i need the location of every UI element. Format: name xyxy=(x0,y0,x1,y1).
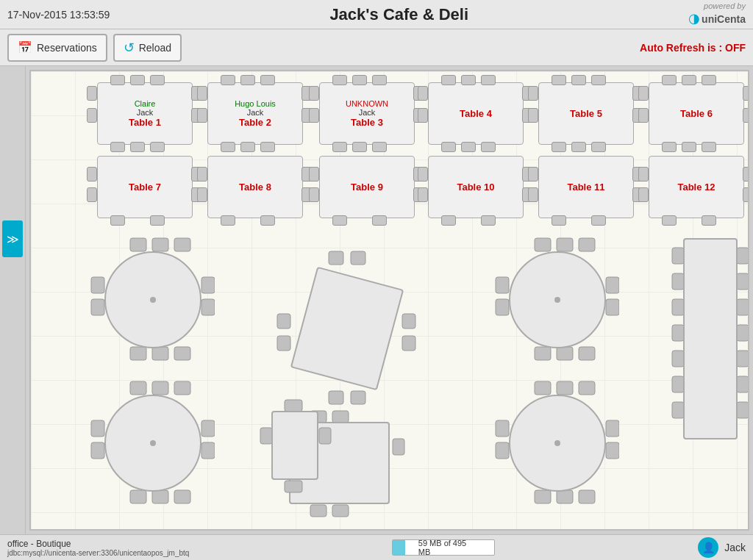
datetime: 17-Nov-2015 13:53:59 xyxy=(7,9,110,21)
svg-rect-8 xyxy=(152,347,168,360)
svg-rect-82 xyxy=(285,481,302,492)
chair xyxy=(571,142,586,152)
chair xyxy=(552,215,566,226)
chair xyxy=(571,75,586,85)
svg-rect-58 xyxy=(606,442,619,459)
chair xyxy=(87,86,97,101)
table-3-name: Table 3 xyxy=(351,117,383,128)
svg-rect-5 xyxy=(201,277,215,293)
svg-rect-27 xyxy=(277,336,290,351)
chair xyxy=(682,75,696,85)
chair xyxy=(682,142,696,152)
svg-rect-76 xyxy=(737,376,749,392)
chair xyxy=(743,86,749,101)
memory-label: 59 MB of 495 MB xyxy=(418,539,469,556)
round-table-large-2[interactable] xyxy=(90,380,215,505)
svg-rect-2 xyxy=(174,238,190,251)
svg-rect-64 xyxy=(672,248,684,264)
chair xyxy=(743,187,749,202)
chair xyxy=(528,187,538,202)
table-1-guest: Claire xyxy=(135,99,156,108)
chair xyxy=(461,142,476,152)
chair xyxy=(130,142,145,152)
logo-area: powered by ◑ uniCenta xyxy=(688,1,746,27)
chair xyxy=(197,167,207,182)
svg-rect-26 xyxy=(277,314,290,329)
chair xyxy=(481,75,496,85)
logo-name: ◑ uniCenta xyxy=(688,11,746,27)
svg-rect-59 xyxy=(535,490,551,503)
reservations-label: Reservations xyxy=(37,42,97,54)
chair xyxy=(110,215,125,226)
svg-point-51 xyxy=(554,297,560,303)
table-12[interactable]: Table 12 xyxy=(649,156,744,218)
chair xyxy=(332,142,347,152)
round-table-large-1[interactable] xyxy=(90,237,215,362)
chair xyxy=(372,142,387,152)
round-table-large-3[interactable] xyxy=(494,237,619,362)
svg-rect-43 xyxy=(496,277,509,293)
chair xyxy=(662,75,677,85)
chair xyxy=(591,215,606,226)
chair xyxy=(352,142,367,152)
table-8[interactable]: Table 8 xyxy=(207,156,303,218)
svg-rect-48 xyxy=(557,347,573,360)
table-6[interactable]: Table 6 xyxy=(649,82,744,145)
table-1-name: Table 1 xyxy=(129,117,161,128)
chair xyxy=(332,75,347,85)
table-3[interactable]: UNKNOWN Jack Table 3 xyxy=(319,82,415,145)
reload-button[interactable]: ↺ Reload xyxy=(113,34,182,62)
floor-plan[interactable]: Claire Jack Table 1 Hugo Louis Jack Tabl… xyxy=(29,70,749,531)
table-2[interactable]: Hugo Louis Jack Table 2 xyxy=(207,82,303,145)
svg-rect-53 xyxy=(557,381,573,395)
chair xyxy=(197,86,207,101)
chair xyxy=(240,142,255,152)
chair xyxy=(260,142,275,152)
table-4[interactable]: Table 4 xyxy=(428,82,524,145)
status-left: office - Boutique jdbc:mysql://unicenta-… xyxy=(7,539,189,557)
table-7[interactable]: Table 7 xyxy=(97,156,193,218)
chair xyxy=(702,215,716,226)
svg-point-11 xyxy=(150,297,156,303)
main-area: ≫ Claire Jack Table 1 Hugo Louis Jack Ta… xyxy=(0,66,753,534)
chair xyxy=(418,86,428,101)
svg-point-63 xyxy=(554,440,560,446)
table-9[interactable]: Table 9 xyxy=(319,156,415,218)
chair xyxy=(441,215,456,226)
reload-icon: ↺ xyxy=(124,40,135,56)
chair xyxy=(309,187,319,202)
app-title: Jack's Cafe & Deli xyxy=(329,5,468,24)
collapse-button[interactable]: ≫ xyxy=(2,220,23,257)
svg-rect-9 xyxy=(174,347,190,360)
table-10[interactable]: Table 10 xyxy=(428,156,524,218)
svg-rect-69 xyxy=(672,376,684,392)
chair xyxy=(591,142,606,152)
chair xyxy=(552,75,566,85)
table-11[interactable]: Table 11 xyxy=(538,156,634,218)
round-table-large-4[interactable] xyxy=(494,380,619,505)
svg-rect-83 xyxy=(272,412,318,479)
svg-rect-14 xyxy=(174,381,190,395)
svg-rect-57 xyxy=(606,420,619,437)
chair xyxy=(197,187,207,202)
svg-rect-3 xyxy=(91,277,104,293)
long-table-right[interactable] xyxy=(671,233,749,446)
svg-rect-77 xyxy=(737,402,749,418)
diamond-table[interactable] xyxy=(274,248,421,409)
chair xyxy=(87,187,97,202)
chair xyxy=(221,142,235,152)
svg-rect-24 xyxy=(329,251,343,265)
chair xyxy=(528,108,538,123)
auto-refresh-value: OFF xyxy=(725,42,746,54)
auto-refresh-label: Auto Refresh is : xyxy=(640,42,722,54)
chair xyxy=(150,215,165,226)
table-1[interactable]: Claire Jack Table 1 xyxy=(97,82,193,145)
svg-rect-17 xyxy=(201,420,215,437)
small-table-lower[interactable] xyxy=(259,398,332,494)
svg-rect-45 xyxy=(606,277,619,293)
chair xyxy=(702,75,716,85)
table-5[interactable]: Table 5 xyxy=(538,82,634,145)
reservations-button[interactable]: 📅 Reservations xyxy=(7,34,107,62)
svg-rect-74 xyxy=(737,325,749,341)
svg-rect-78 xyxy=(684,239,737,439)
